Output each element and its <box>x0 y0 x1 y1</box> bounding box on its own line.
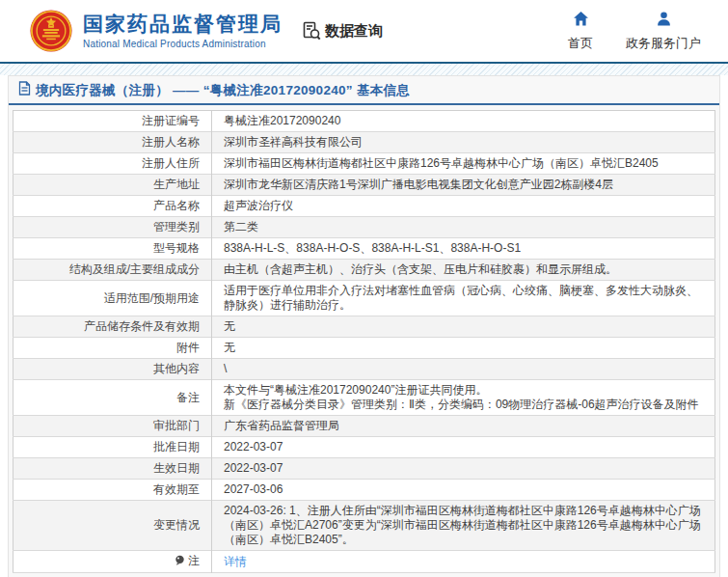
field-value: 2024-03-26: 1、注册人住所由“深圳市福田区梅林街道梅都社区中康路12… <box>212 501 715 551</box>
field-value: 广东省药品监督管理局 <box>212 416 715 437</box>
field-value: \ <box>212 359 715 380</box>
data-query-label: 数据查询 <box>325 22 383 41</box>
field-label: 变更情况 <box>13 501 212 551</box>
field-value: 第二类 <box>212 217 715 238</box>
field-label: 备注 <box>13 380 212 416</box>
field-value: 无 <box>212 338 715 359</box>
nav-item-home[interactable]: 首页 <box>568 11 593 52</box>
field-value: 详情 <box>212 551 715 573</box>
nmpa-logo[interactable]: 国家药品监督管理局 National Medical Products Admi… <box>29 9 283 53</box>
table-row: 注册证编号粤械注准20172090240 <box>13 111 715 132</box>
table-row: 变更情况2024-03-26: 1、注册人住所由“深圳市福田区梅林街道梅都社区中… <box>13 501 715 551</box>
field-value: 2022-03-07 <box>212 458 715 480</box>
field-value: 2027-03-06 <box>212 480 715 501</box>
field-label: 有效期至 <box>13 480 212 501</box>
header-nav: 首页 政务服务门户 <box>568 11 707 52</box>
field-value: 深圳市龙华新区清庆路1号深圳广播电影电视集团文化创意产业园2栋副楼4层 <box>212 175 715 196</box>
field-label: 结构及组成/主要组成成分 <box>13 260 212 281</box>
gov-portal-label: 政务服务门户 <box>626 35 701 52</box>
field-value: 由主机（含超声主机）、治疗头（含支架、压电片和硅胶裹）和显示屏组成。 <box>212 260 715 281</box>
field-label: 型号规格 <box>13 238 212 260</box>
note-icon <box>175 555 185 569</box>
table-row: 产品名称超声波治疗仪 <box>13 196 715 217</box>
field-label: 生效日期 <box>13 458 212 480</box>
field-value: 粤械注准20172090240 <box>212 111 715 132</box>
national-emblem-icon <box>29 9 73 53</box>
table-row: 产品储存条件及有效期无 <box>13 316 715 338</box>
document-icon <box>18 81 36 99</box>
home-label: 首页 <box>568 35 593 52</box>
table-row: 附件无 <box>13 338 715 359</box>
field-label: 批准日期 <box>13 437 212 458</box>
field-label: 注册人住所 <box>13 153 212 175</box>
field-label: 其他内容 <box>13 359 212 380</box>
page-title-bar: 境内医疗器械（注册） —— “粤械注准20172090240” 基本信息 <box>9 76 719 105</box>
table-row: 管理类别第二类 <box>13 217 715 238</box>
table-row: 批准日期2022-03-07 <box>13 437 715 458</box>
details-link[interactable]: 详情 <box>224 555 247 568</box>
page-title: 境内医疗器械（注册） —— “粤械注准20172090240” 基本信息 <box>36 82 410 99</box>
table-row: 适用范围/预期用途适用于医疗单位用非介入疗法对堵塞性血管病（冠心病、心绞痛、脑梗… <box>13 281 715 316</box>
table-row: 其他内容\ <box>13 359 715 380</box>
field-value: 超声波治疗仪 <box>212 196 715 217</box>
table-row: 生效日期2022-03-07 <box>13 458 715 480</box>
field-label: 附件 <box>13 338 212 359</box>
field-value: 无 <box>212 316 715 338</box>
content-panel: 境内医疗器械（注册） —— “粤械注准20172090240” 基本信息 注册证… <box>8 75 720 577</box>
logo-text: 国家药品监督管理局 National Medical Products Admi… <box>83 13 283 48</box>
table-row: 注详情 <box>13 551 715 573</box>
field-value: 838A-H-L-S、838A-H-O-S、838A-H-L-S1、838A-H… <box>212 238 715 260</box>
field-value: 适用于医疗单位用非介入疗法对堵塞性血管病（冠心病、心绞痛、脑梗塞、多发性大动脉炎… <box>212 281 715 316</box>
decorative-hatch-strip <box>0 64 728 75</box>
table-row: 审批部门广东省药品监督管理局 <box>13 416 715 437</box>
site-header: 国家药品监督管理局 National Medical Products Admi… <box>0 0 728 62</box>
document-search-icon <box>302 21 321 41</box>
field-value: 深圳市福田区梅林街道梅都社区中康路126号卓越梅林中心广场（南区）卓悦汇B240… <box>212 153 715 175</box>
field-value: 2022-03-07 <box>212 437 715 458</box>
field-label: 注册人名称 <box>13 132 212 153</box>
user-icon <box>656 11 672 31</box>
field-value: 本文件与“粤械注准20172090240”注册证共同使用。 新《医疗器械分类目录… <box>212 380 715 416</box>
home-icon <box>573 11 589 31</box>
field-value: 深圳市圣祥高科技有限公司 <box>212 132 715 153</box>
field-label: 产品储存条件及有效期 <box>13 316 212 338</box>
field-label: 生产地址 <box>13 175 212 196</box>
table-row: 生产地址深圳市龙华新区清庆路1号深圳广播电影电视集团文化创意产业园2栋副楼4层 <box>13 175 715 196</box>
org-name-en: National Medical Products Administration <box>83 39 283 49</box>
field-label: 适用范围/预期用途 <box>13 281 212 316</box>
field-label: 注册证编号 <box>13 111 212 132</box>
field-label: 管理类别 <box>13 217 212 238</box>
nav-item-data-query[interactable]: 数据查询 <box>302 21 383 41</box>
org-name-cn: 国家药品监督管理局 <box>83 13 283 36</box>
field-label: 审批部门 <box>13 416 212 437</box>
field-label: 产品名称 <box>13 196 212 217</box>
nav-item-gov-portal[interactable]: 政务服务门户 <box>626 11 701 52</box>
table-row: 注册人名称深圳市圣祥高科技有限公司 <box>13 132 715 153</box>
field-label: 注 <box>13 551 212 573</box>
table-row: 型号规格838A-H-L-S、838A-H-O-S、838A-H-L-S1、83… <box>13 238 715 260</box>
table-row: 结构及组成/主要组成成分由主机（含超声主机）、治疗头（含支架、压电片和硅胶裹）和… <box>13 260 715 281</box>
table-row: 备注本文件与“粤械注准20172090240”注册证共同使用。 新《医疗器械分类… <box>13 380 715 416</box>
registration-info-table: 注册证编号粤械注准20172090240注册人名称深圳市圣祥高科技有限公司注册人… <box>13 110 715 573</box>
table-row: 有效期至2027-03-06 <box>13 480 715 501</box>
table-row: 注册人住所深圳市福田区梅林街道梅都社区中康路126号卓越梅林中心广场（南区）卓悦… <box>13 153 715 175</box>
info-table-body: 注册证编号粤械注准20172090240注册人名称深圳市圣祥高科技有限公司注册人… <box>13 111 715 573</box>
